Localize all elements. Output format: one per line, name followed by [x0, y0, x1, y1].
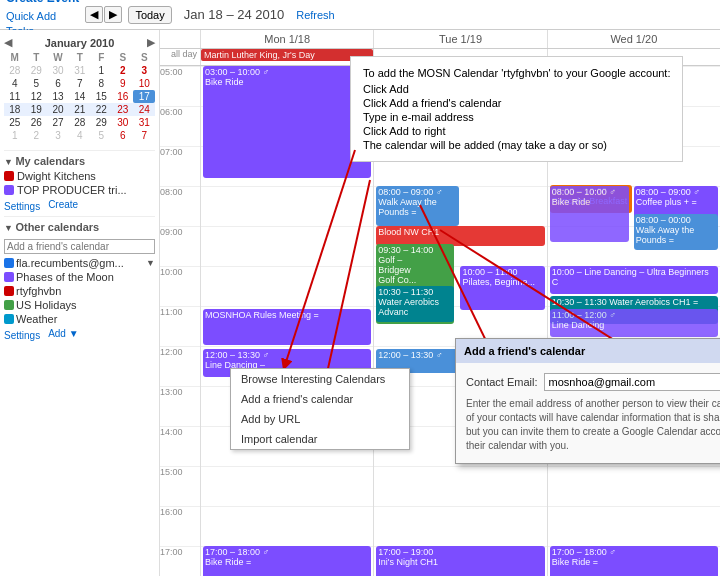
menu-item-import[interactable]: Import calendar	[231, 429, 409, 449]
add-friend-input[interactable]	[4, 239, 155, 254]
fla-dropdown-arrow[interactable]: ▼	[146, 258, 155, 268]
other-cal-add-link[interactable]: Add ▼	[48, 328, 78, 341]
my-cal-settings-link[interactable]: Settings	[4, 201, 40, 212]
calendar-item-us-holidays[interactable]: US Holidays	[4, 298, 155, 312]
mini-cal-next[interactable]: ▶	[147, 36, 155, 49]
mini-cal-day[interactable]: 27	[47, 116, 69, 129]
mini-cal-day[interactable]: 14	[69, 90, 90, 103]
other-cal-settings-link[interactable]: Settings	[4, 330, 40, 341]
mini-cal-day[interactable]: 1	[4, 129, 25, 142]
time-10: 10:00	[160, 266, 200, 306]
mini-cal-day[interactable]: 25	[4, 116, 25, 129]
mini-cal-day[interactable]: 31	[69, 64, 90, 77]
mini-cal-day[interactable]: 20	[47, 103, 69, 116]
event-mon-bike-ride[interactable]: 03:00 – 10:00 ♂Bike Ride	[203, 66, 371, 178]
dialog-email-input[interactable]	[544, 373, 720, 391]
menu-item-browse[interactable]: Browse Interesting Calendars	[231, 369, 409, 389]
mini-cal-day[interactable]: 30	[47, 64, 69, 77]
other-calendars-header[interactable]: Other calendars	[4, 216, 155, 235]
today-btn[interactable]: Today	[128, 6, 171, 24]
mini-cal-day[interactable]: 11	[4, 90, 25, 103]
calendar-item-dwight[interactable]: Dwight Kitchens	[4, 169, 155, 183]
mini-cal-day[interactable]: 29	[91, 116, 112, 129]
mini-cal-day[interactable]: 4	[4, 77, 25, 90]
event-tue-ini[interactable]: 17:00 – 19:00Ini's Night CH1	[376, 546, 544, 576]
mini-cal-day[interactable]: 4	[69, 129, 90, 142]
mini-cal-day[interactable]: 1	[91, 64, 112, 77]
next-btn[interactable]: ▶	[104, 6, 122, 23]
time-16: 16:00	[160, 506, 200, 546]
day-header-mon[interactable]: Mon 1/18	[200, 30, 373, 48]
event-mon-bikeride2[interactable]: 17:00 – 18:00 ♂Bike Ride =	[203, 546, 371, 576]
mini-cal-day[interactable]: 3	[133, 64, 155, 77]
calendar-item-weather[interactable]: Weather	[4, 312, 155, 326]
mini-cal-day[interactable]: 28	[69, 116, 90, 129]
mini-cal-day[interactable]: 15	[91, 90, 112, 103]
mini-cal-today[interactable]: 17	[133, 90, 155, 103]
mini-cal-prev[interactable]: ◀	[4, 36, 12, 49]
dialog-body: Contact Email: Add Enter the email addre…	[456, 363, 720, 463]
quick-add-link[interactable]: Quick Add	[6, 9, 79, 24]
mini-cal-day[interactable]: 24	[133, 103, 155, 116]
mini-cal-day[interactable]: 22	[91, 103, 112, 116]
mini-cal-day[interactable]: 26	[25, 116, 46, 129]
mlk-event[interactable]: Martin Luther King, Jr's Day	[201, 49, 373, 61]
refresh-link[interactable]: Refresh	[296, 9, 335, 21]
mini-cal-day[interactable]: 12	[25, 90, 46, 103]
mini-cal-day[interactable]: 23	[112, 103, 133, 116]
day-header-wed[interactable]: Wed 1/20	[547, 30, 720, 48]
mini-cal-day[interactable]: 10	[133, 77, 155, 90]
calendar-item-top-producer[interactable]: TOP PRODUCER tri...	[4, 183, 155, 197]
event-wed-bikeride[interactable]: 08:00 – 10:00 ♂Bike Ride	[550, 186, 629, 242]
calendar-item-fla[interactable]: fla.recumbents@gm... ▼	[4, 256, 155, 270]
mini-cal-day[interactable]: 18	[4, 103, 25, 116]
event-mon-mosnhoa[interactable]: MOSNHOA Rules Meeting =	[203, 309, 371, 345]
mini-cal-day[interactable]: 19	[25, 103, 46, 116]
event-wed-linedancing-11[interactable]: 11:00 – 12:00 ♂Line Dancing	[550, 309, 718, 337]
menu-item-add-friend[interactable]: Add a friend's calendar	[231, 389, 409, 409]
event-tue-aerobics[interactable]: 10:30 – 11:30 Water Aerobics Advanc	[376, 286, 454, 322]
dialog-email-row: Contact Email: Add	[466, 373, 720, 391]
event-wed-bikeride2[interactable]: 17:00 – 18:00 ♂Bike Ride =	[550, 546, 718, 576]
event-wed-walkaway[interactable]: 08:00 – 00:00Walk Away the Pounds =	[634, 214, 718, 250]
time-15: 15:00	[160, 466, 200, 506]
mini-cal-day[interactable]: 29	[25, 64, 46, 77]
event-tue-blood[interactable]: Blood NW CH1	[376, 226, 544, 246]
mini-cal-day[interactable]: 30	[112, 116, 133, 129]
my-cal-create-link[interactable]: Create	[48, 199, 78, 212]
mini-cal-th-w: W	[47, 51, 69, 64]
mini-cal-day[interactable]: 9	[112, 77, 133, 90]
mini-cal-day[interactable]: 28	[4, 64, 25, 77]
time-05: 05:00	[160, 66, 200, 106]
mini-cal-day[interactable]: 5	[91, 129, 112, 142]
event-tue-walkaway[interactable]: 08:00 – 09:00 ♂Walk Away the Pounds =	[376, 186, 459, 226]
mini-cal-day[interactable]: 6	[112, 129, 133, 142]
mini-cal-day[interactable]: 31	[133, 116, 155, 129]
mini-cal-day[interactable]: 6	[47, 77, 69, 90]
mini-cal-day[interactable]: 16	[112, 90, 133, 103]
mini-cal-day[interactable]: 7	[69, 77, 90, 90]
mini-cal-day[interactable]: 7	[133, 129, 155, 142]
mini-cal-day[interactable]: 21	[69, 103, 90, 116]
event-wed-linedancing-ultra[interactable]: 10:00 – Line Dancing – Ultra Beginners C	[550, 266, 718, 294]
my-calendars-header[interactable]: My calendars	[4, 150, 155, 169]
mini-cal-day[interactable]: 2	[25, 129, 46, 142]
mini-cal-day[interactable]: 3	[47, 129, 69, 142]
mini-cal-day[interactable]: 2	[112, 64, 133, 77]
time-14: 14:00	[160, 426, 200, 466]
day-headers: Mon 1/18 Tue 1/19 Wed 1/20	[160, 30, 720, 49]
mini-cal-day[interactable]: 13	[47, 90, 69, 103]
create-event-link[interactable]: Create Event	[6, 0, 79, 7]
mini-cal-table: M T W T F S S 28 29 30	[4, 51, 155, 142]
mini-cal-day[interactable]: 5	[25, 77, 46, 90]
top-bar: Create Event Quick Add Tasks ◀ ▶ Today J…	[0, 0, 720, 30]
event-tue-pilates[interactable]: 10:00 – 11:00Pilates, Beginne...	[460, 266, 544, 310]
day-name-tue: Tue 1/19	[374, 33, 546, 45]
calendar-item-phases[interactable]: Phases of the Moon	[4, 270, 155, 284]
mini-cal-day[interactable]: 8	[91, 77, 112, 90]
menu-item-add-url[interactable]: Add by URL	[231, 409, 409, 429]
day-header-tue[interactable]: Tue 1/19	[373, 30, 546, 48]
mini-cal-th-m: M	[4, 51, 25, 64]
prev-btn[interactable]: ◀	[85, 6, 103, 23]
calendar-item-rtyfghvbn[interactable]: rtyfghvbn	[4, 284, 155, 298]
